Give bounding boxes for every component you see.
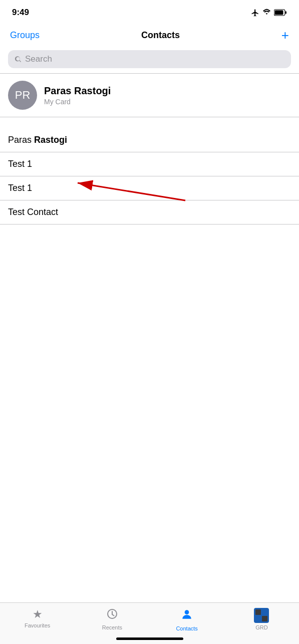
recents-label: Recents: [102, 624, 122, 630]
grd-label: GRD: [255, 624, 267, 630]
contact-name: Test 1: [8, 183, 32, 193]
search-icon: [14, 55, 22, 63]
contact-item[interactable]: Test Contact: [0, 200, 299, 225]
contact-item[interactable]: Paras Rastogi: [0, 128, 299, 152]
tab-grd[interactable]: GRD: [241, 608, 281, 630]
my-card[interactable]: PR Paras Rastogi My Card: [0, 74, 299, 117]
search-placeholder: Search: [25, 54, 52, 64]
page-title: Contacts: [141, 30, 180, 41]
recents-icon: [106, 608, 118, 623]
nav-bar: Groups Contacts +: [0, 22, 299, 50]
svg-point-8: [185, 610, 189, 614]
contacts-label: Contacts: [176, 625, 197, 631]
contact-item[interactable]: Test 1: [0, 152, 299, 176]
status-icons: [251, 9, 287, 17]
my-card-info: Paras Rastogi My Card: [44, 85, 111, 106]
contacts-icon: [180, 608, 193, 624]
search-bar-container: Search: [0, 50, 299, 73]
favourites-icon: ★: [33, 608, 43, 621]
add-contact-button[interactable]: +: [281, 29, 289, 42]
battery-icon: [274, 9, 287, 16]
section-gap: [0, 117, 299, 128]
tab-recents[interactable]: Recents: [92, 608, 132, 630]
svg-line-7: [112, 614, 114, 616]
avatar-initials: PR: [15, 89, 31, 102]
contact-item[interactable]: Test 1: [0, 176, 299, 200]
wifi-icon: [262, 9, 271, 17]
status-time: 9:49: [12, 8, 29, 18]
my-card-label: My Card: [44, 98, 111, 106]
grd-icon: [254, 608, 269, 623]
home-indicator: [116, 637, 183, 640]
contact-name: Paras Rastogi: [8, 135, 67, 145]
tab-contacts[interactable]: Contacts: [167, 608, 207, 631]
contact-name: Test 1: [8, 159, 32, 169]
airplane-icon: [251, 9, 259, 17]
groups-button[interactable]: Groups: [10, 30, 40, 41]
favourites-label: Favourites: [25, 622, 50, 628]
contacts-list: Paras Rastogi Test 1 Test 1 Test Contact: [0, 128, 299, 225]
svg-rect-1: [285, 12, 287, 14]
my-card-name: Paras Rastogi: [44, 85, 111, 97]
status-bar: 9:49: [0, 0, 299, 22]
avatar: PR: [8, 81, 37, 110]
tab-favourites[interactable]: ★ Favourites: [18, 608, 58, 628]
contact-name: Test Contact: [8, 207, 58, 217]
search-bar[interactable]: Search: [8, 50, 291, 68]
svg-rect-2: [275, 11, 283, 15]
